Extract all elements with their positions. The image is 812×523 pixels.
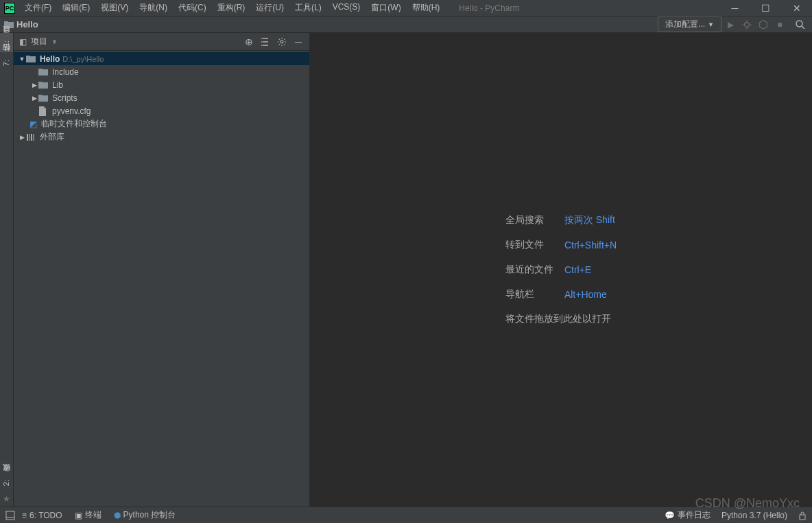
- status-event-log[interactable]: 💬 事件日志: [665, 509, 710, 521]
- tip-goto: 转到文件 Ctrl+Shift+N: [505, 239, 617, 251]
- chevron-down-icon: ▼: [708, 21, 714, 28]
- menu-view[interactable]: 视图(V): [95, 1, 134, 15]
- menu-help[interactable]: 帮助(H): [407, 1, 446, 15]
- tree-label: Lib: [52, 80, 63, 90]
- breadcrumb-label: Hello: [16, 19, 38, 30]
- svg-rect-9: [29, 134, 30, 141]
- collapse-all-icon[interactable]: [260, 36, 271, 47]
- svg-rect-8: [27, 134, 28, 141]
- panel-header: ◧ 项目 ▼ ⊕ ─: [14, 33, 309, 51]
- tree-root-path: D:\_py\Hello: [62, 55, 104, 63]
- svg-point-0: [745, 22, 750, 27]
- svg-point-5: [796, 21, 802, 27]
- tree-label: Scripts: [52, 93, 77, 103]
- status-todo[interactable]: ≡ 6: TODO: [22, 511, 62, 520]
- minimize-button[interactable]: ─: [719, 0, 750, 16]
- debug-button[interactable]: [739, 17, 754, 32]
- svg-rect-11: [33, 134, 34, 141]
- status-interpreter[interactable]: Python 3.7 (Hello): [721, 511, 787, 520]
- stop-button[interactable]: ■: [772, 17, 787, 32]
- config-label: 添加配置...: [665, 19, 705, 30]
- svg-rect-10: [31, 134, 32, 141]
- project-panel: ◧ 项目 ▼ ⊕ ─ ▼ Hello D:\_py\Hello: [14, 33, 310, 507]
- expand-arrow-icon[interactable]: ▶: [30, 82, 38, 89]
- menu-vcs[interactable]: VCS(S): [327, 1, 366, 15]
- close-button[interactable]: ✕: [781, 0, 812, 16]
- tree-lib[interactable]: ▶ Lib: [14, 78, 309, 91]
- breadcrumb[interactable]: Hello: [4, 19, 38, 30]
- tip-search: 全局搜索 按两次 Shift: [505, 214, 617, 226]
- tab-favorites[interactable]: 2: 收藏: [0, 472, 13, 491]
- list-icon: ≡: [22, 511, 27, 520]
- python-icon: ⬢: [114, 511, 121, 520]
- menu-window[interactable]: 窗口(W): [366, 1, 406, 15]
- expand-arrow-icon[interactable]: ▶: [30, 95, 38, 102]
- maximize-button[interactable]: ☐: [750, 0, 781, 16]
- tip-text: 将文件拖放到此处以打开: [505, 313, 611, 325]
- editor-area[interactable]: 全局搜索 按两次 Shift 转到文件 Ctrl+Shift+N 最近的文件 C…: [310, 33, 812, 507]
- status-terminal[interactable]: ▣ 终端: [75, 509, 102, 521]
- tree-pyvenv[interactable]: pyvenv.cfg: [14, 104, 309, 117]
- tree-label: 外部库: [40, 131, 64, 143]
- tip-shortcut: Ctrl+Shift+N: [564, 240, 617, 251]
- status-label: 事件日志: [678, 509, 710, 521]
- hide-panel-icon[interactable]: ─: [293, 36, 304, 47]
- file-icon: [38, 106, 49, 116]
- tab-structure[interactable]: 7: 结构: [0, 52, 13, 71]
- body: 1: 项目 7: 结构 2: 收藏 ★ ◧ 项目 ▼ ⊕ ─: [0, 33, 812, 507]
- folder-icon: [38, 81, 49, 89]
- menu-navigate[interactable]: 导航(N): [134, 1, 173, 15]
- run-config-dropdown[interactable]: 添加配置... ▼: [658, 16, 721, 32]
- window-title: Hello - PyCharm: [459, 3, 519, 13]
- panel-toolbar: ⊕ ─: [243, 36, 304, 47]
- expand-arrow-icon[interactable]: ▶: [18, 134, 26, 141]
- tree-scripts[interactable]: ▶ Scripts: [14, 91, 309, 104]
- panel-title[interactable]: ◧ 项目 ▼: [19, 36, 58, 47]
- folder-icon: [4, 21, 14, 29]
- tip-label: 最近的文件: [505, 264, 559, 276]
- tip-recent: 最近的文件 Ctrl+E: [505, 264, 617, 276]
- tree-root[interactable]: ▼ Hello D:\_py\Hello: [14, 52, 309, 65]
- tip-nav: 导航栏 Alt+Home: [505, 288, 617, 301]
- menu-code[interactable]: 代码(C): [173, 1, 212, 15]
- gear-icon[interactable]: [276, 36, 287, 47]
- tree-label: Include: [52, 67, 79, 77]
- run-with-coverage-button[interactable]: [756, 17, 771, 32]
- run-button[interactable]: ▶: [723, 17, 738, 32]
- status-lock-icon[interactable]: [798, 511, 807, 520]
- expand-arrow-icon[interactable]: ▼: [18, 56, 26, 62]
- menu-file[interactable]: 文件(F): [19, 1, 57, 15]
- tip-shortcut: 按两次 Shift: [564, 214, 615, 226]
- status-window-icon[interactable]: [5, 511, 15, 520]
- left-gutter: 1: 项目 7: 结构 2: 收藏 ★: [0, 33, 14, 507]
- chevron-down-icon: ▼: [51, 38, 58, 45]
- svg-line-6: [802, 26, 804, 29]
- status-label: Python 控制台: [123, 509, 176, 521]
- status-bar: ≡ 6: TODO ▣ 终端 ⬢ Python 控制台 💬 事件日志 Pytho…: [0, 507, 812, 523]
- status-python-console[interactable]: ⬢ Python 控制台: [114, 509, 176, 521]
- tab-project[interactable]: 1: 项目: [0, 33, 13, 52]
- locate-icon[interactable]: ⊕: [243, 36, 254, 47]
- project-tree[interactable]: ▼ Hello D:\_py\Hello Include ▶ Lib ▶ Scr…: [14, 51, 309, 507]
- favorites-icon[interactable]: ★: [0, 491, 13, 507]
- tree-label: pyvenv.cfg: [52, 106, 91, 116]
- scratches-icon: ◩: [27, 119, 38, 129]
- menu-refactor[interactable]: 重构(R): [212, 1, 251, 15]
- menu-run[interactable]: 运行(U): [250, 1, 289, 15]
- menu-edit[interactable]: 编辑(E): [57, 1, 95, 15]
- folder-icon: [38, 94, 49, 102]
- menu-tools[interactable]: 工具(L): [289, 1, 327, 15]
- editor-tips: 全局搜索 按两次 Shift 转到文件 Ctrl+Shift+N 最近的文件 C…: [505, 214, 617, 325]
- tree-label: 临时文件和控制台: [41, 118, 107, 130]
- folder-icon: [38, 68, 49, 76]
- toolbar-right: 添加配置... ▼ ▶ ■: [658, 16, 808, 32]
- tip-drop: 将文件拖放到此处以打开: [505, 313, 617, 325]
- panel-title-label: 项目: [31, 36, 47, 47]
- tree-external[interactable]: ▶ 外部库: [14, 130, 309, 143]
- tree-include[interactable]: Include: [14, 65, 309, 78]
- search-icon[interactable]: [793, 17, 808, 32]
- panel-view-icon: ◧: [19, 37, 27, 47]
- tree-scratches[interactable]: ◩ 临时文件和控制台: [14, 117, 309, 130]
- navigation-bar: Hello 添加配置... ▼ ▶ ■: [0, 16, 812, 33]
- chat-icon: 💬: [665, 511, 675, 520]
